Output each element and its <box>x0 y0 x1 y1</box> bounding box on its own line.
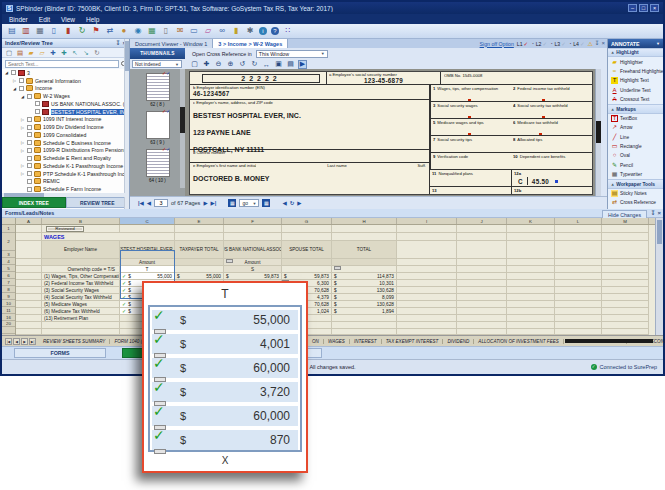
cell-total[interactable]: $8,099 <box>332 294 397 301</box>
monitor-icon[interactable]: ▭ <box>189 26 199 36</box>
tree-item[interactable]: ▷ 1099-R Distributions From Pensions, An… <box>2 147 129 155</box>
document-icon[interactable]: ▯ <box>161 26 171 36</box>
annotate-tool[interactable]: ∧ A Underline Text <box>608 86 663 95</box>
pin-icon[interactable]: ↧ <box>650 210 655 216</box>
tree-expander-icon[interactable]: ◢ <box>12 86 17 91</box>
tree-item[interactable]: ▷ Schedule C Business Income <box>2 139 129 147</box>
annotate-tool[interactable]: ∧ ✎ Pencil <box>608 161 663 170</box>
plus-blue-icon[interactable]: ✚ <box>49 49 57 57</box>
prev-page-icon[interactable]: ◀ <box>147 200 151 206</box>
mail-icon[interactable]: ✉ <box>175 26 185 36</box>
popup-value-row[interactable]: ✓ $ 4,001 <box>152 334 298 354</box>
popup-value-row[interactable]: ✓ $ 60,000 <box>152 358 298 378</box>
binder-red-icon[interactable]: ▮ <box>63 26 73 36</box>
tree-expander-icon[interactable]: ▷ <box>20 117 25 122</box>
page-grid-icon[interactable]: ▦ <box>228 199 236 207</box>
cell-spouse-total[interactable]: $59,873 <box>282 273 332 280</box>
annotate-tool[interactable]: ∧ Markups <box>608 104 663 113</box>
tree-expander-icon[interactable]: ▷ <box>20 148 25 153</box>
row-header[interactable]: 8 <box>2 286 15 293</box>
bottom-tab[interactable]: FORMS <box>14 348 106 358</box>
sheet-tab[interactable]: WAGES <box>324 339 350 344</box>
annotate-tool[interactable]: ∧ ▰ Highlighter <box>608 57 663 66</box>
sync-icon[interactable]: ↻ <box>93 49 101 57</box>
flag-icon[interactable]: ⚑ <box>91 26 101 36</box>
warning-icon[interactable]: ⚠ <box>588 40 593 47</box>
fit-width-icon[interactable]: ↔ <box>262 60 271 69</box>
tree-item[interactable]: 1099 Consolidated <box>2 131 129 139</box>
rotate-right-icon[interactable]: ↻ <box>250 60 259 69</box>
link-back-icon[interactable]: ↖ <box>71 49 79 57</box>
tree-checkbox[interactable] <box>27 148 32 153</box>
rotate-left-icon[interactable]: ↺ <box>238 60 247 69</box>
row-header[interactable]: 9 <box>2 293 15 300</box>
pin-icon[interactable]: ↧ <box>594 40 599 46</box>
tree-checkbox[interactable] <box>19 86 24 91</box>
cell-employer2-amount[interactable]: $59,873 <box>224 273 282 280</box>
sheet-scrollbar[interactable] <box>655 218 663 335</box>
sheet-prev-icon[interactable]: ◀ <box>13 338 20 345</box>
tree-checkbox[interactable] <box>27 171 32 176</box>
document-scrollbar[interactable] <box>595 69 601 196</box>
tree-checkbox[interactable] <box>19 78 24 83</box>
page-number-input[interactable] <box>154 199 168 207</box>
row-header[interactable]: 5 <box>2 265 15 272</box>
tree-item[interactable]: ▷ General Information <box>2 77 129 85</box>
palette-icon[interactable]: ▱ <box>203 26 213 36</box>
pin-icon[interactable]: ↧ <box>115 40 120 46</box>
page-grid-icon[interactable]: ▦ <box>262 199 270 207</box>
tree-item[interactable]: ▷ PTP Schedule K-1 Passthrough Income or… <box>2 170 129 178</box>
row-header[interactable]: 1 <box>2 225 15 233</box>
sheet-tab[interactable]: INTEREST <box>350 339 382 344</box>
tree-item[interactable]: BESTEST HOSPITAL EVER, INC. (T) | Pg <box>2 108 129 116</box>
tree-checkbox[interactable] <box>27 132 32 137</box>
tree-expander-icon[interactable]: ▷ <box>20 140 25 145</box>
tree-checkbox[interactable] <box>27 156 32 161</box>
sheet-tab[interactable]: TAX EXEMPT INTEREST <box>382 339 444 344</box>
signoff-option-link[interactable]: Sign off Option <box>480 41 514 47</box>
tree-checkbox[interactable] <box>27 140 32 145</box>
row-header[interactable]: 11 <box>2 307 15 314</box>
annotate-tool[interactable]: ∧ ⇄ Cross Reference <box>608 198 663 207</box>
menu-item[interactable]: Edit <box>39 16 50 23</box>
sheet-tab[interactable]: REVIEW SHEETS SUMMARY <box>39 339 110 344</box>
signoff-level[interactable]: L4✓ <box>573 41 584 47</box>
thumbnail-item[interactable]: ✓✓ 63 ( 9 ) <box>130 111 185 145</box>
thumbnail-item[interactable]: ✓✓ 64 ( 10 ) <box>130 149 185 183</box>
chevron-down-icon[interactable]: ▼ <box>656 41 660 46</box>
column-header[interactable]: I <box>397 218 457 224</box>
sheet-tab[interactable]: DIVIDEND <box>443 339 474 344</box>
close-panel-icon[interactable]: × <box>657 210 661 216</box>
close-button[interactable]: × <box>650 4 659 12</box>
tree-checkbox[interactable] <box>27 94 32 99</box>
tree-checkbox[interactable] <box>27 187 32 192</box>
grid-corner[interactable] <box>2 218 16 224</box>
annotate-tool[interactable]: ∧ ↗ Arrow <box>608 123 663 132</box>
zoom-in-icon[interactable]: ⊕ <box>226 60 235 69</box>
annotate-tool[interactable]: ∧ ╱ Line <box>608 133 663 142</box>
cell-total[interactable]: $114,873 <box>332 273 397 280</box>
pages-view-icon[interactable]: ▤ <box>286 60 295 69</box>
tree-item[interactable]: REMIC <box>2 178 129 186</box>
column-header[interactable]: F <box>224 218 282 224</box>
popup-value-row[interactable]: ✓ $ 60,000 <box>152 406 298 426</box>
column-header[interactable]: A <box>16 218 42 224</box>
reviewed-button[interactable]: Reviewed <box>46 226 84 232</box>
row-header[interactable]: 6 <box>2 272 15 279</box>
annotate-tool[interactable]: ∧ ▭ Rectangle <box>608 142 663 151</box>
tree-checkbox[interactable] <box>27 125 32 130</box>
tree-expander-icon[interactable]: ▷ <box>20 163 25 168</box>
column-header[interactable]: B <box>42 218 120 224</box>
tree-item[interactable]: Schedule F Farm Income <box>2 185 129 193</box>
cell-total[interactable]: $1,894 <box>332 308 397 315</box>
row-header[interactable]: 10 <box>2 300 15 307</box>
column-header[interactable]: L <box>555 218 602 224</box>
signoff-level[interactable]: L1✓ <box>517 41 534 47</box>
column-header[interactable]: M <box>602 218 649 224</box>
column-header[interactable]: E <box>175 218 224 224</box>
page-icon[interactable]: ▯ <box>49 26 59 36</box>
thumbnail-filter-dropdown[interactable]: Not indexed ▼ <box>132 60 182 68</box>
tree-expander-icon[interactable]: ◢ <box>4 70 9 75</box>
tree-checkbox[interactable] <box>27 117 32 122</box>
sheet-tabs-scrollbar[interactable] <box>565 339 653 343</box>
